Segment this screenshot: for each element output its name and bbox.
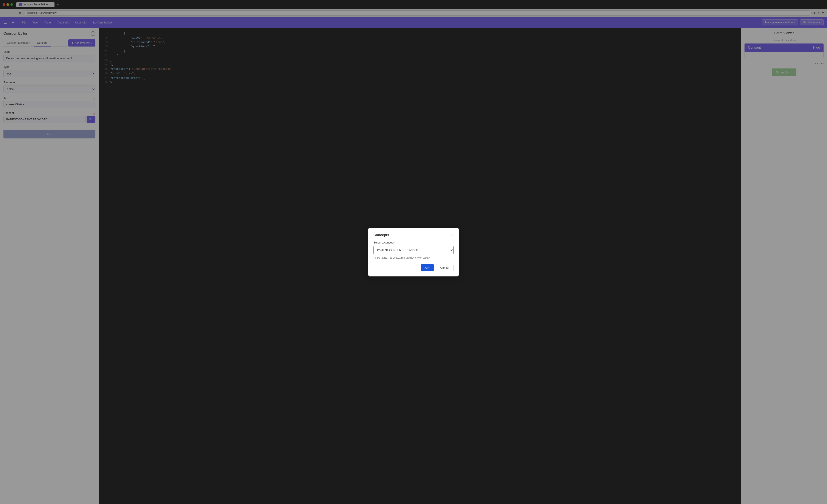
modal-header: Concepts × — [374, 233, 453, 238]
modal-overlay[interactable]: Concepts × Select a concept PATIENT CONS… — [0, 0, 827, 504]
modal-cancel-button[interactable]: Cancel — [436, 264, 453, 271]
modal-actions: OK Cancel — [374, 264, 453, 271]
modal-uuid-label: UUID : — [374, 257, 381, 260]
concepts-modal: Concepts × Select a concept PATIENT CONS… — [368, 228, 459, 276]
modal-title: Concepts — [374, 233, 389, 237]
modal-ok-button[interactable]: OK — [421, 264, 434, 271]
modal-uuid-text: UUID : 9d9ccb6b-73ae-48dd-83f9-12c782ce6… — [374, 257, 453, 260]
modal-uuid-value: 9d9ccb6b-73ae-48dd-83f9-12c782ce6685 — [382, 257, 430, 260]
modal-select-label: Select a concept — [374, 241, 453, 244]
modal-concept-select[interactable]: PATIENT CONSENT PROVIDED — [374, 246, 453, 254]
modal-close-button[interactable]: × — [451, 233, 453, 238]
